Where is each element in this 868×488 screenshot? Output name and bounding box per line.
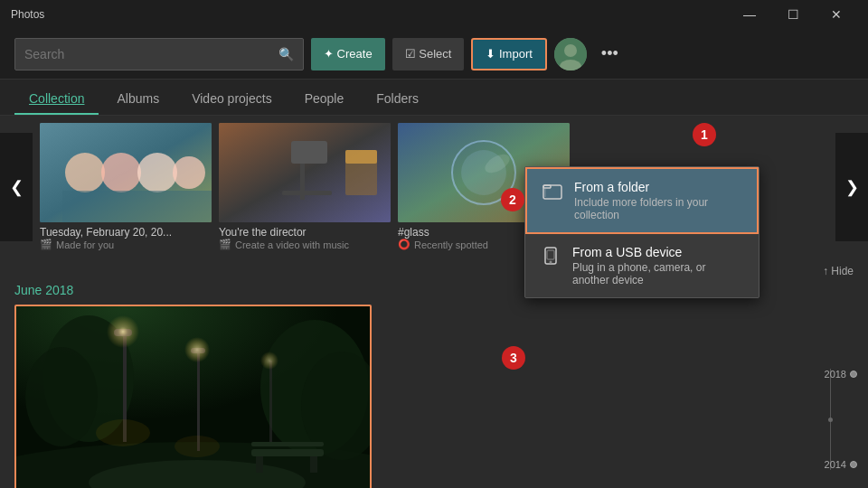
timeline: 2018 2014 (812, 369, 857, 470)
dropdown-usb-subtitle: Plug in a phone, camera, or another devi… (572, 261, 744, 286)
svg-point-34 (260, 352, 278, 370)
import-button[interactable]: ⬇ Import (471, 38, 546, 70)
svg-rect-37 (256, 456, 263, 473)
made-for-you-icon: 🎬 (40, 239, 52, 250)
recently-spotted-icon: ⭕ (398, 239, 410, 250)
usb-svg (541, 246, 561, 266)
svg-point-45 (550, 261, 552, 264)
carousel-next[interactable]: ❯ (835, 133, 868, 241)
maximize-button[interactable]: ☐ (772, 0, 814, 29)
dropdown-item-usb[interactable]: From a USB device Plug in a phone, camer… (525, 234, 759, 297)
svg-point-1 (564, 44, 577, 57)
thumb-img-1 (40, 123, 212, 222)
tab-collection[interactable]: Collection (14, 84, 99, 115)
select-button[interactable]: ☑ Select (392, 38, 465, 70)
timeline-dot-2014 (850, 461, 857, 468)
folder-svg (542, 181, 562, 201)
more-button[interactable]: ••• (594, 44, 626, 63)
titlebar: Photos — ☐ ✕ (0, 0, 868, 29)
collection-photos (14, 305, 854, 488)
park-scene (16, 306, 372, 488)
hide-button[interactable]: ↑ Hide (823, 265, 854, 277)
svg-rect-12 (282, 191, 332, 195)
carousel-thumb-2 (219, 123, 391, 222)
svg-point-32 (184, 337, 210, 362)
timeline-year-2018[interactable]: 2018 (814, 369, 857, 380)
dropdown-folder-title: From a folder (574, 180, 742, 194)
svg-point-4 (65, 153, 105, 192)
dropdown-usb-title: From a USB device (572, 245, 744, 259)
video-icon: 🎬 (219, 239, 231, 250)
svg-rect-35 (251, 449, 324, 456)
usb-icon (540, 245, 561, 267)
carousel-item-2[interactable]: You're the director 🎬 Create a video wit… (219, 123, 391, 250)
svg-rect-38 (310, 456, 317, 473)
svg-rect-42 (543, 185, 551, 188)
svg-rect-36 (251, 442, 324, 446)
thumb-img-2 (219, 123, 391, 222)
folder-icon (542, 180, 563, 202)
dropdown-item-folder[interactable]: From a folder Include more folders in yo… (525, 167, 759, 234)
svg-point-40 (175, 436, 220, 457)
tab-folders[interactable]: Folders (362, 84, 433, 115)
tab-people[interactable]: People (290, 84, 359, 115)
svg-point-24 (25, 347, 98, 446)
tab-albums[interactable]: Albums (102, 84, 174, 115)
avatar-icon (554, 38, 587, 70)
minimize-button[interactable]: — (729, 0, 770, 29)
main-content: ❮ (0, 116, 868, 488)
create-button[interactable]: ✦ Create (311, 38, 385, 70)
svg-rect-14 (345, 150, 377, 164)
dropdown-usb-text: From a USB device Plug in a phone, camer… (572, 245, 744, 286)
carousel-label-1: Tuesday, February 20, 20... (40, 226, 212, 239)
svg-point-39 (96, 419, 150, 446)
dropdown-folder-text: From a folder Include more folders in yo… (574, 180, 742, 221)
dropdown-menu: From a folder Include more folders in yo… (524, 166, 760, 298)
svg-rect-10 (291, 141, 327, 164)
app-window: Photos — ☐ ✕ 🔍 ✦ Create ☑ Select ⬇ Impor… (0, 0, 868, 488)
tab-video-projects[interactable]: Video projects (177, 84, 286, 115)
svg-rect-33 (269, 361, 272, 442)
avatar-button[interactable] (554, 38, 587, 70)
carousel-sublabel-1: 🎬 Made for you (40, 239, 212, 250)
close-button[interactable]: ✕ (816, 0, 857, 29)
search-box: 🔍 (14, 38, 304, 70)
window-controls: — ☐ ✕ (729, 0, 857, 29)
toolbar: 🔍 ✦ Create ☑ Select ⬇ Import ••• (0, 29, 868, 80)
timeline-dot-2018 (850, 371, 857, 378)
svg-rect-8 (62, 191, 212, 222)
carousel-prev[interactable]: ❮ (0, 133, 33, 241)
svg-point-7 (173, 156, 205, 189)
svg-rect-44 (547, 250, 554, 259)
carousel-thumb-1 (40, 123, 212, 222)
carousel-label-2: You're the director (219, 226, 391, 239)
svg-point-29 (107, 315, 139, 348)
carousel-sublabel-2: 🎬 Create a video with music (219, 239, 391, 250)
main-photo[interactable] (14, 305, 372, 488)
app-title: Photos (11, 8, 729, 21)
svg-point-6 (137, 153, 177, 192)
carousel-item-1[interactable]: Tuesday, February 20, 20... 🎬 Made for y… (40, 123, 212, 250)
svg-point-5 (101, 153, 141, 192)
nav-tabs: Collection Albums Video projects People … (0, 80, 868, 116)
search-input[interactable] (24, 47, 271, 61)
dropdown-folder-subtitle: Include more folders in your collection (574, 196, 742, 221)
timeline-dot-mid (828, 418, 833, 422)
search-icon[interactable]: 🔍 (278, 47, 294, 61)
timeline-year-2014[interactable]: 2014 (814, 459, 857, 470)
